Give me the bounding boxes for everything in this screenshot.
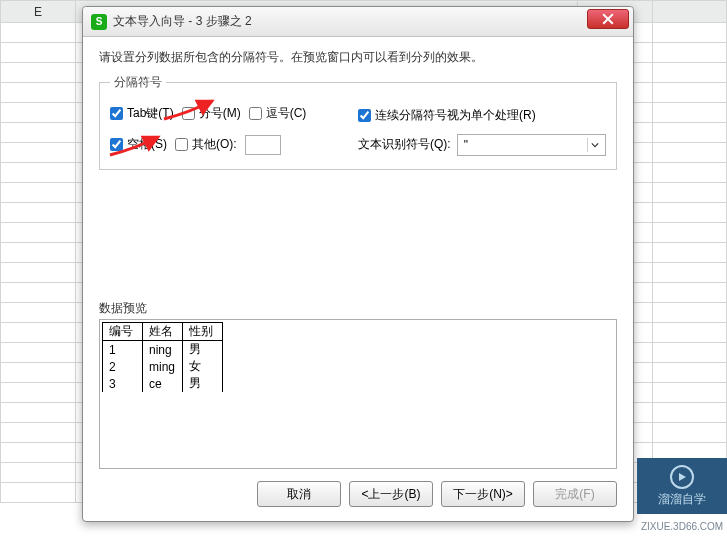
preview-row: 3ce男 xyxy=(103,375,223,392)
other-input[interactable] xyxy=(245,135,281,155)
watermark-url: ZIXUE.3D66.COM xyxy=(637,521,727,532)
back-button[interactable]: <上一步(B) xyxy=(349,481,433,507)
other-checkbox[interactable] xyxy=(175,138,188,151)
chevron-down-icon xyxy=(587,138,601,152)
tab-checkbox[interactable] xyxy=(110,107,123,120)
finish-button[interactable]: 完成(F) xyxy=(533,481,617,507)
preview-header-cell: 性别 xyxy=(183,323,223,341)
comma-label: 逗号(C) xyxy=(266,105,307,122)
space-checkbox[interactable] xyxy=(110,138,123,151)
tab-label: Tab键(T) xyxy=(127,105,174,122)
preview-header-row: 编号 姓名 性别 xyxy=(103,323,223,341)
text-qualifier-combo[interactable]: " xyxy=(457,134,606,156)
text-qualifier-label: 文本识别符号(Q): xyxy=(358,136,451,153)
watermark-brand: 溜溜自学 xyxy=(658,491,706,508)
semicolon-label: 分号(M) xyxy=(199,105,241,122)
preview-header-cell: 姓名 xyxy=(143,323,183,341)
semicolon-checkbox[interactable] xyxy=(182,107,195,120)
column-header-e[interactable]: E xyxy=(1,1,76,23)
space-label: 空格(S) xyxy=(127,136,167,153)
comma-checkbox[interactable] xyxy=(249,107,262,120)
text-qualifier-value: " xyxy=(464,138,468,152)
instruction-text: 请设置分列数据所包含的分隔符号。在预览窗口内可以看到分列的效果。 xyxy=(99,49,617,66)
close-icon xyxy=(602,13,614,25)
preview-label: 数据预览 xyxy=(99,300,617,317)
preview-box[interactable]: 编号 姓名 性别 1ning男 2ming女 3ce男 xyxy=(99,319,617,469)
watermark: 溜溜自学 xyxy=(637,458,727,514)
delimiters-fieldset: 分隔符号 Tab键(T) 分号(M) 逗号(C) 空格(S) 其他(O): xyxy=(99,74,617,170)
cancel-button[interactable]: 取消 xyxy=(257,481,341,507)
close-button[interactable] xyxy=(587,9,629,29)
next-button[interactable]: 下一步(N)> xyxy=(441,481,525,507)
consecutive-label: 连续分隔符号视为单个处理(R) xyxy=(375,107,536,124)
titlebar[interactable]: 文本导入向导 - 3 步骤之 2 xyxy=(83,7,633,37)
preview-row: 1ning男 xyxy=(103,341,223,359)
app-icon xyxy=(91,14,107,30)
preview-row: 2ming女 xyxy=(103,358,223,375)
consecutive-checkbox[interactable] xyxy=(358,109,371,122)
text-import-wizard-dialog: 文本导入向导 - 3 步骤之 2 请设置分列数据所包含的分隔符号。在预览窗口内可… xyxy=(82,6,634,522)
preview-header-cell: 编号 xyxy=(103,323,143,341)
delimiters-legend: 分隔符号 xyxy=(110,74,166,91)
play-icon xyxy=(670,465,694,489)
other-label: 其他(O): xyxy=(192,136,237,153)
dialog-title: 文本导入向导 - 3 步骤之 2 xyxy=(113,13,252,30)
preview-table: 编号 姓名 性别 1ning男 2ming女 3ce男 xyxy=(102,322,223,392)
